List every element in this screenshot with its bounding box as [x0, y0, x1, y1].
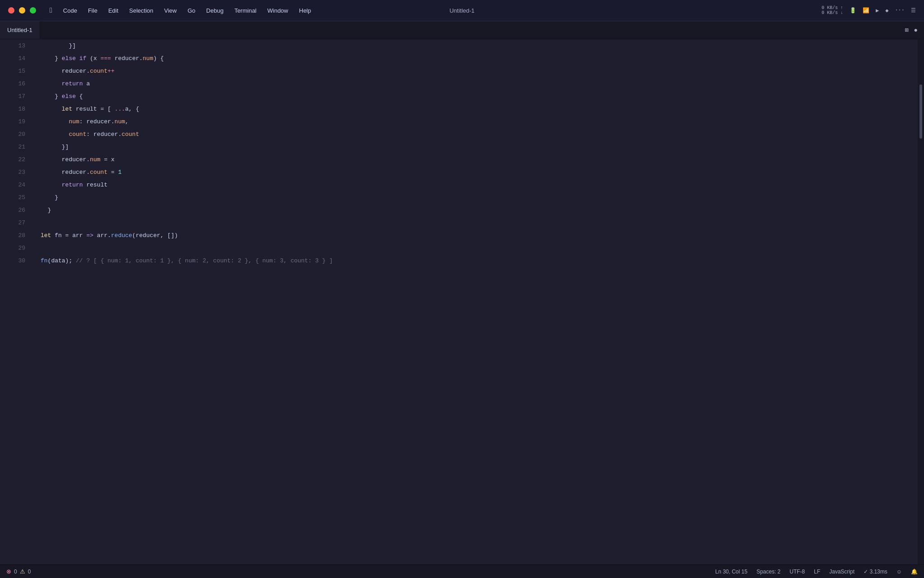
extension-icon: ◆ — [885, 7, 888, 14]
editor[interactable]: 13 14 15 16 17 18 19 — [0, 39, 918, 564]
titlebar:  Code File Edit Selection View Go Debug… — [0, 0, 924, 21]
split-editor-button[interactable]: ⊞ — [905, 26, 908, 34]
language-mode[interactable]: JavaScript — [829, 569, 855, 575]
scrollbar[interactable] — [918, 39, 924, 564]
warning-icon: ⚠ — [20, 568, 25, 575]
code-line-20: count: reducer.count — [41, 128, 918, 140]
code-line-14: } else if (x === reducer.num) { — [41, 52, 918, 65]
code-line-28: let fn = arr => arr.reduce(reducer, []) — [41, 229, 918, 242]
code-area: 13 14 15 16 17 18 19 — [0, 39, 918, 564]
line-num-26: 26 — [0, 204, 25, 216]
dirty-indicator: ● — [914, 27, 918, 34]
menu-go[interactable]: Go — [183, 5, 200, 16]
line-num-27: 27 — [0, 216, 25, 229]
line-num-30: 30 — [0, 254, 25, 267]
titlebar-right: 0 KB/s ↑0 KB/s ↓ 🔋 📶 ▶ ◆ ··· ☰ — [822, 5, 924, 15]
encoding[interactable]: UTF-8 — [790, 569, 805, 575]
line-num-19: 19 — [0, 115, 25, 128]
code-line-15: reducer.count++ — [41, 65, 918, 77]
code-line-18: let result = [ ...a, { — [41, 103, 918, 115]
line-num-13: 13 — [0, 39, 25, 52]
play-icon: ▶ — [876, 7, 879, 14]
code-line-16: return a — [41, 77, 918, 90]
line-num-20: 20 — [0, 128, 25, 140]
line-num-22: 22 — [0, 153, 25, 166]
status-left: ⊗ 0 ⚠ 0 — [6, 568, 31, 575]
code-line-30: fn(data); // ? [ { num: 1, count: 1 }, {… — [41, 254, 918, 267]
line-ending[interactable]: LF — [814, 569, 820, 575]
line-num-24: 24 — [0, 178, 25, 191]
maximize-button[interactable] — [30, 7, 36, 14]
error-icon: ⊗ — [6, 568, 11, 575]
code-line-25: } — [41, 191, 918, 204]
menu-edit[interactable]: Edit — [104, 5, 123, 16]
code-line-19: num: reducer.num, — [41, 115, 918, 128]
line-num-23: 23 — [0, 166, 25, 178]
code-line-13: }] — [41, 39, 918, 52]
error-count[interactable]: 0 — [14, 569, 17, 575]
menu-bar:  Code File Edit Selection View Go Debug… — [36, 5, 316, 16]
more-icon: ··· — [895, 7, 905, 14]
menu-selection[interactable]: Selection — [125, 5, 157, 16]
line-num-15: 15 — [0, 65, 25, 77]
warning-count[interactable]: 0 — [28, 569, 31, 575]
wifi-icon: 📶 — [863, 7, 869, 14]
line-num-18: 18 — [0, 103, 25, 115]
code-line-27 — [41, 216, 918, 229]
line-num-29: 29 — [0, 242, 25, 254]
apple-menu[interactable]:  — [45, 5, 57, 16]
line-num-21: 21 — [0, 140, 25, 153]
editor-container: 13 14 15 16 17 18 19 — [0, 39, 924, 564]
timing: ✓ 3.13ms — [864, 569, 887, 575]
code-line-26: } — [41, 204, 918, 216]
menu-window[interactable]: Window — [263, 5, 293, 16]
window-title: Untitled-1 — [449, 7, 475, 14]
tab-actions: ⊞ ● — [905, 21, 924, 39]
tab-label: Untitled-1 — [7, 27, 32, 33]
tab-bar: Untitled-1 ⊞ ● — [0, 21, 924, 39]
menu-view[interactable]: View — [160, 5, 181, 16]
code-line-23: reducer.count = 1 — [41, 166, 918, 178]
indentation[interactable]: Spaces: 2 — [757, 569, 781, 575]
editor-tab[interactable]: Untitled-1 — [0, 21, 40, 39]
code-content[interactable]: }] } else if (x === reducer.num) { reduc… — [36, 39, 918, 564]
traffic-lights — [0, 7, 36, 14]
close-button[interactable] — [8, 7, 14, 14]
status-right: Ln 30, Col 15 Spaces: 2 UTF-8 LF JavaScr… — [715, 569, 918, 575]
line-num-16: 16 — [0, 77, 25, 90]
code-line-29 — [41, 242, 918, 254]
menu-terminal[interactable]: Terminal — [230, 5, 261, 16]
menu-code[interactable]: Code — [59, 5, 82, 16]
line-num-25: 25 — [0, 191, 25, 204]
menu-file[interactable]: File — [83, 5, 102, 16]
minimize-button[interactable] — [19, 7, 25, 14]
menu-help[interactable]: Help — [295, 5, 316, 16]
status-bar: ⊗ 0 ⚠ 0 Ln 30, Col 15 Spaces: 2 UTF-8 LF… — [0, 564, 924, 578]
network-icon: 0 KB/s ↑0 KB/s ↓ — [822, 5, 843, 15]
code-line-17: } else { — [41, 90, 918, 103]
line-numbers: 13 14 15 16 17 18 19 — [0, 39, 36, 564]
code-line-22: reducer.num = x — [41, 153, 918, 166]
cursor-position[interactable]: Ln 30, Col 15 — [715, 569, 747, 575]
line-num-28: 28 — [0, 229, 25, 242]
menu-debug[interactable]: Debug — [202, 5, 228, 16]
code-line-24: return result — [41, 178, 918, 191]
line-num-17: 17 — [0, 90, 25, 103]
scrollbar-thumb[interactable] — [919, 84, 922, 139]
list-icon: ☰ — [911, 7, 916, 14]
line-num-14: 14 — [0, 52, 25, 65]
code-line-21: }] — [41, 140, 918, 153]
notification-bell-icon[interactable]: 🔔 — [911, 569, 918, 575]
battery-icon: 🔋 — [850, 7, 856, 14]
smiley-icon[interactable]: ☺ — [896, 569, 902, 575]
